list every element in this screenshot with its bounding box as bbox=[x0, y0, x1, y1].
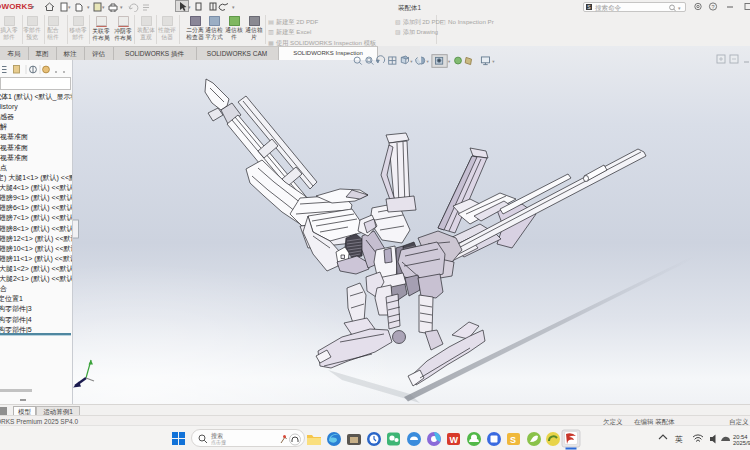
svg-text:?: ? bbox=[711, 4, 714, 10]
svg-text:S: S bbox=[510, 435, 516, 445]
svg-text:▾: ▾ bbox=[102, 4, 105, 10]
svg-text:▾: ▾ bbox=[232, 4, 235, 10]
svg-text:▾: ▾ bbox=[448, 59, 451, 64]
svg-text:20:54: 20:54 bbox=[733, 434, 748, 440]
svg-text:▾: ▾ bbox=[68, 4, 71, 10]
svg-text:▾: ▾ bbox=[410, 59, 413, 64]
svg-text:▾: ▾ bbox=[188, 4, 191, 10]
svg-text:▾: ▾ bbox=[492, 59, 495, 64]
svg-text:▾: ▾ bbox=[427, 59, 430, 64]
svg-text:▾: ▾ bbox=[87, 4, 90, 10]
svg-text:英: 英 bbox=[675, 435, 683, 444]
svg-text:▾: ▾ bbox=[120, 4, 123, 10]
svg-text:▾: ▾ bbox=[678, 5, 681, 11]
svg-text:2025/9/2: 2025/9/2 bbox=[733, 440, 750, 446]
svg-text:W: W bbox=[450, 435, 459, 445]
